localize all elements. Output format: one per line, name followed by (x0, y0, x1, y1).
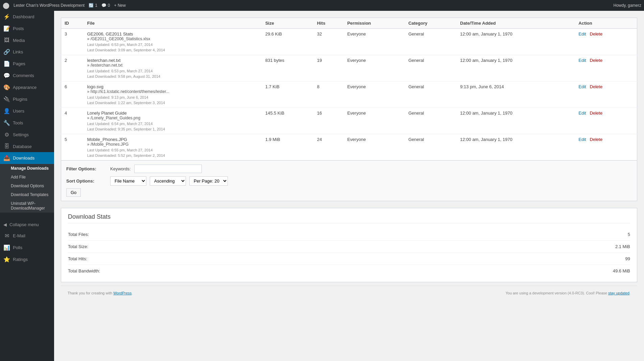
tools-icon: 🔧 (3, 120, 10, 126)
delete-link[interactable]: Delete (590, 31, 603, 37)
sort-options-label: Sort Options: (66, 178, 107, 184)
users-icon: 👤 (3, 108, 10, 114)
cell-permission: Everyone (344, 134, 405, 161)
cell-id: 2 (61, 55, 84, 81)
edit-link[interactable]: Edit (578, 84, 586, 89)
delete-link[interactable]: Delete (590, 111, 603, 116)
delete-link[interactable]: Delete (590, 58, 603, 63)
sidebar-item-label: E-Mail (13, 233, 25, 238)
polls-icon: 📊 (3, 244, 10, 251)
sidebar-item-label: Downloads (13, 155, 34, 161)
plugins-icon: 🔌 (3, 96, 10, 102)
stats-value: 2.1 MiB (615, 244, 630, 249)
file-name: Mobile_Phones.JPG (87, 137, 259, 142)
site-name[interactable]: Lester Chan's WordPress Development (14, 3, 85, 8)
sidebar-item-appearance[interactable]: 🎨Appearance (0, 81, 54, 93)
sidebar-item-label: Comments (13, 73, 34, 78)
sidebar-item-ratings[interactable]: ⭐Ratings (0, 254, 54, 265)
per-page-select[interactable]: Per Page: 10Per Page: 20Per Page: 50 (189, 176, 228, 186)
cell-action: Edit Delete (575, 55, 637, 81)
cell-file: GE2006, GE2011 Stats » /GE2011_GE2006_St… (84, 29, 262, 55)
email-icon: ✉ (3, 233, 10, 239)
sort-order-select[interactable]: AscendingDescending (150, 176, 186, 186)
ratings-icon: ⭐ (3, 256, 10, 263)
cell-date: 12:00 am, January 1, 1970 (457, 29, 575, 55)
wordpress-link[interactable]: WordPress (113, 291, 132, 295)
stats-value: 49.6 MiB (613, 268, 630, 273)
sidebar-item-label: Ratings (13, 257, 28, 262)
wp-logo-icon[interactable]: ⬤ (3, 2, 9, 9)
sidebar-item-database[interactable]: 🗄Database (0, 141, 54, 152)
stay-updated-link[interactable]: stay updated (608, 291, 629, 295)
sidebar-item-posts[interactable]: 📝Posts (0, 23, 54, 34)
edit-link[interactable]: Edit (578, 31, 586, 37)
delete-link[interactable]: Delete (590, 84, 603, 89)
comments-indicator[interactable]: 💬 0 (101, 3, 110, 8)
sidebar-item-downloads[interactable]: 📥Downloads (0, 152, 54, 164)
submenu-item-download-options[interactable]: Download Options (0, 182, 54, 190)
table-row: 4 Lonely Planet Guide » /Lonely_Planet_G… (61, 108, 637, 134)
new-content-button[interactable]: + New (114, 3, 126, 8)
database-icon: 🗄 (3, 143, 10, 149)
updates-indicator[interactable]: 🔄 1 (89, 3, 97, 8)
cell-category: General (405, 108, 457, 134)
sidebar-item-polls[interactable]: 📊Polls (0, 242, 54, 254)
stats-value: 99 (625, 256, 630, 261)
sidebar-item-pages[interactable]: 📄Pages (0, 58, 54, 70)
cell-action: Edit Delete (575, 29, 637, 55)
submenu-downloads: Manage DownloadsAdd FileDownload Options… (0, 164, 54, 213)
delete-link[interactable]: Delete (590, 137, 603, 142)
main-layout: ⚡Dashboard📝Posts🖼Media🔗Links📄Pages💬Comme… (0, 11, 644, 361)
sidebar-item-media[interactable]: 🖼Media (0, 34, 54, 46)
table-row: 6 logo.svg » http://lc1.lcstatic.net/con… (61, 81, 637, 108)
table-row: 2 lesterchan.net.txt » /lesterchan.net.t… (61, 55, 637, 81)
dashboard-icon: ⚡ (3, 14, 10, 20)
stats-title: Download Stats (68, 213, 630, 223)
updates-icon: 🔄 (89, 3, 94, 8)
sort-by-select[interactable]: File NameFile IDFile SizeHitsDate Added (110, 176, 146, 186)
cell-file: logo.svg » http://lc1.lcstatic.net/conte… (84, 81, 262, 108)
cell-permission: Everyone (344, 81, 405, 108)
page-footer: Thank you for creating with WordPress. Y… (61, 286, 637, 300)
sidebar-item-email[interactable]: ✉E-Mail (0, 230, 54, 242)
sidebar-item-users[interactable]: 👤Users (0, 105, 54, 117)
edit-link[interactable]: Edit (578, 58, 586, 63)
sidebar-item-plugins[interactable]: 🔌Plugins (0, 93, 54, 105)
sidebar-item-dashboard[interactable]: ⚡Dashboard (0, 11, 54, 23)
cell-file: Mobile_Phones.JPG » /Mobile_Phones.JPG L… (84, 134, 262, 161)
col-action: Action (575, 18, 637, 29)
cell-date: 9:13 pm, June 6, 2014 (457, 81, 575, 108)
sidebar-item-label: Dashboard (13, 14, 34, 19)
cell-category: General (405, 29, 457, 55)
file-name: lesterchan.net.txt (87, 58, 259, 63)
submenu-item-uninstall[interactable]: Uninstall WP-DownloadManager (0, 199, 54, 213)
footer-right: You are using a development version (4.0… (505, 291, 630, 295)
submenu-item-download-templates[interactable]: Download Templates (0, 190, 54, 199)
submenu-item-manage-downloads[interactable]: Manage Downloads (0, 164, 54, 173)
edit-link[interactable]: Edit (578, 111, 586, 116)
cell-date: 12:00 am, January 1, 1970 (457, 55, 575, 81)
cell-hits: 19 (314, 55, 344, 81)
edit-link[interactable]: Edit (578, 137, 586, 142)
file-path: » /lesterchan.net.txt (87, 63, 259, 68)
keywords-input[interactable] (134, 165, 202, 173)
comments-icon: 💬 (3, 72, 10, 79)
stats-value: 5 (628, 232, 630, 237)
cell-size: 1.7 KiB (262, 81, 314, 108)
cell-file: Lonely Planet Guide » /Lonely_Planet_Gui… (84, 108, 262, 134)
stats-row: Total Files:5 (68, 228, 630, 241)
sidebar-item-tools[interactable]: 🔧Tools (0, 117, 54, 129)
sidebar-item-links[interactable]: 🔗Links (0, 46, 54, 58)
file-path: » /GE2011_GE2006_Statistics.xlsx (87, 37, 259, 41)
file-meta-updated: Last Updated: 9:13 pm, June 6, 2014 (87, 95, 259, 99)
go-button[interactable]: Go (66, 188, 81, 197)
submenu-item-add-file[interactable]: Add File (0, 173, 54, 182)
sidebar-item-comments[interactable]: 💬Comments (0, 70, 54, 81)
cell-action: Edit Delete (575, 134, 637, 161)
collapse-icon: ◀ (3, 222, 7, 227)
cell-size: 145.5 KiB (262, 108, 314, 134)
filter-options-label: Filter Options: (66, 166, 107, 171)
sidebar-item-settings[interactable]: ⚙Settings (0, 129, 54, 141)
collapse-menu-button[interactable]: ◀Collapse menu (0, 219, 54, 230)
table-row: 3 GE2006, GE2011 Stats » /GE2011_GE2006_… (61, 29, 637, 55)
